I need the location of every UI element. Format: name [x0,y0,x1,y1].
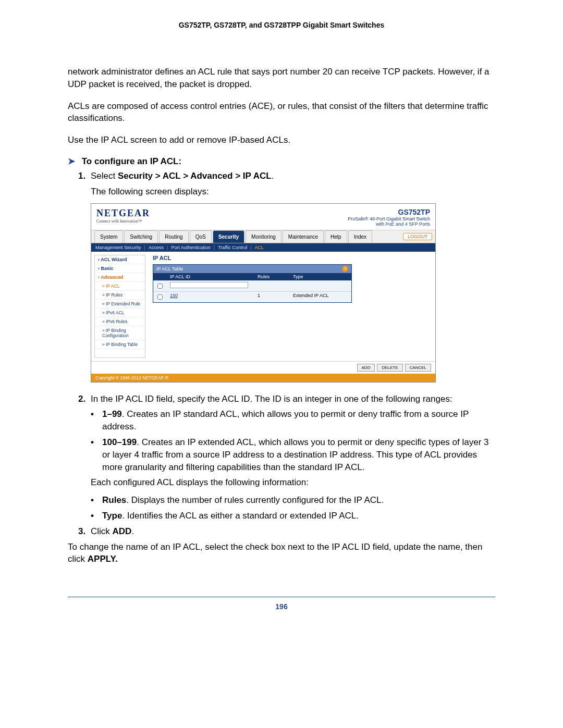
leftnav-sub-ipv6-acl[interactable]: » IPv6 ACL [95,309,145,317]
table-input-row [153,280,351,291]
tab-help[interactable]: Help [325,230,347,243]
step1-bold: Security > ACL > Advanced > IP ACL [118,171,272,181]
tab-security[interactable]: Security [213,230,244,243]
step2-each-intro: Each configured ACL displays the followi… [91,476,495,489]
leftnav-sub-ip-binding-table[interactable]: » IP Binding Table [95,340,145,349]
tab-qos[interactable]: QoS [190,230,212,243]
step2-rules-bullet: • Rules. Displays the number of rules cu… [91,494,495,507]
subnav-port-authentication[interactable]: Port Authentication [171,245,211,250]
procedure-heading: ➤ To configure an IP ACL: [68,156,495,167]
procedure-title: To configure an IP ACL: [82,156,181,166]
cell-rules: 1 [255,292,291,302]
brand-logo: NETGEAR Connect with Innovation™ [96,208,150,227]
row-checkbox[interactable] [157,283,163,289]
tab-system[interactable]: System [94,230,123,243]
page-number: 196 [68,597,495,611]
paragraph-1: network administrator defines an ACL rul… [68,66,495,91]
paragraph-2: ACLs are composed of access control entr… [68,100,495,125]
step1-followup: The following screen displays: [91,186,495,198]
tab-maintenance[interactable]: Maintenance [283,230,324,243]
col-header-rules: Rules [255,273,291,280]
page-header: GS752TP, GS728TP, and GS728TPP Gigabit S… [68,21,495,29]
subnav-acl[interactable]: ACL [255,245,264,250]
step2-bullet-2: • 100–199. Creates an IP extended ACL, w… [91,436,495,473]
logout-button[interactable]: LOGOUT [403,233,432,240]
leftnav-sub-ip-binding-configuration[interactable]: » IP Binding Configuration [95,326,145,340]
leftnav-sub-ipv6-rules[interactable]: » IPv6 Rules [95,317,145,326]
step-2: 2. In the IP ACL ID field, specify the A… [78,393,495,405]
table-row: 150 1 Extended IP ACL [153,291,351,302]
subnav-traffic-control[interactable]: Traffic Control [218,245,247,250]
subnav-management-security[interactable]: Management Security [95,245,141,250]
leftnav-acl-wizard[interactable]: › ACL Wizard [95,255,145,264]
final-paragraph: To change the name of an IP ACL, select … [68,541,495,566]
step2-bullet-1: • 1–99. Creates an IP standard ACL, whic… [91,408,495,433]
tab-switching[interactable]: Switching [124,230,158,243]
tab-routing[interactable]: Routing [159,230,188,243]
leftnav-sub-ip-rules[interactable]: » IP Rules [95,291,145,300]
tab-monitoring[interactable]: Monitoring [246,230,282,243]
leftnav-advanced[interactable]: › Advanced [95,273,145,282]
delete-button[interactable]: DELETE [377,364,402,372]
step-3: 3. Click ADD. [78,525,495,538]
panel-title: IP ACL [153,255,431,261]
leftnav-sub-ip-extended-rule[interactable]: » IP Extended Rule [95,300,145,309]
ip-acl-id-input[interactable] [170,282,248,288]
add-button[interactable]: ADD [357,364,375,372]
tab-index[interactable]: Index [348,230,372,243]
arrow-icon: ➤ [68,156,75,166]
paragraph-3: Use the IP ACL screen to add or remove I… [68,134,495,146]
col-header-id: IP ACL ID [168,273,255,280]
step2-type-bullet: • Type. Identifies the ACL as either a s… [91,510,495,522]
acl-id-link[interactable]: 150 [170,293,178,298]
row-checkbox[interactable] [157,294,163,300]
copyright-bar: Copyright © 1996-2012 NETGEAR ® [91,374,435,382]
step1-prefix: Select [91,171,118,181]
col-header-type: Type [291,273,351,280]
step-1: 1. Select Security > ACL > Advanced > IP… [78,170,495,182]
model-info: GS752TP ProSafe® 48-Port Gigabit Smart S… [348,208,430,227]
leftnav-basic[interactable]: › Basic [95,264,145,273]
leftnav-sub-ip-acl[interactable]: » IP ACL [95,282,145,291]
subnav-access[interactable]: Access [149,245,164,250]
table-title: IP ACL Table [156,266,183,272]
cell-type: Extended IP ACL [291,292,351,302]
help-icon[interactable]: ? [342,266,348,272]
step1-suffix: . [272,171,274,181]
embedded-screenshot: NETGEAR Connect with Innovation™ GS752TP… [91,203,436,382]
cancel-button[interactable]: CANCEL [405,364,431,372]
